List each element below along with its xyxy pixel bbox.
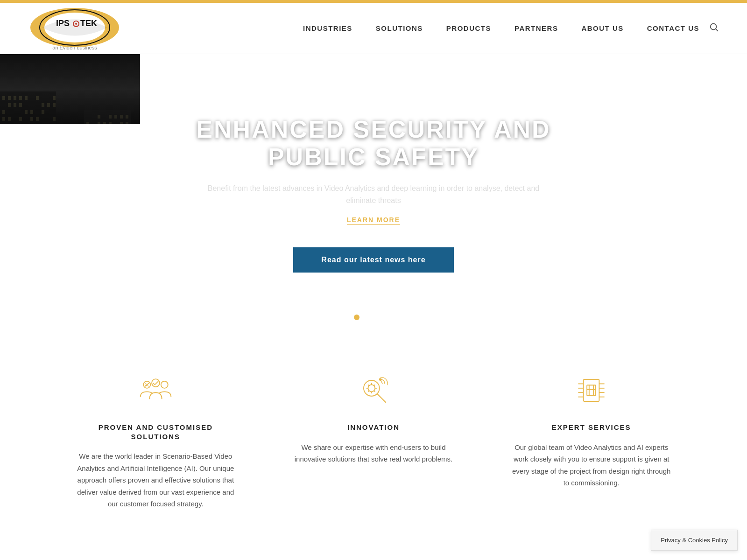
main-nav: INDUSTRIES SOLUTIONS PRODUCTS PARTNERS A… — [303, 24, 699, 32]
search-cog-icon — [355, 371, 392, 409]
svg-text:IPS: IPS — [56, 19, 70, 28]
feature-expert-desc: Our global team of Video Analytics and A… — [510, 441, 672, 489]
feature-innovation-desc: We share our expertise with end-users to… — [293, 441, 455, 465]
news-button[interactable]: Read our latest news here — [293, 247, 453, 273]
nav-about[interactable]: ABOUT US — [581, 24, 623, 32]
hero-section: ENHANCED SECURITY AND PUBLIC SAFETY Bene… — [0, 54, 747, 334]
hero-title: ENHANCED SECURITY AND PUBLIC SAFETY — [196, 116, 551, 172]
hero-background — [0, 54, 140, 124]
nav-partners[interactable]: PARTNERS — [514, 24, 558, 32]
feature-proven-title: PROVEN AND CUSTOMISED SOLUTIONS — [75, 423, 237, 441]
hero-content: ENHANCED SECURITY AND PUBLIC SAFETY Bene… — [187, 116, 560, 273]
header: IPS TEK an Eviden business INDUSTRIES SO… — [0, 3, 747, 54]
search-icon — [709, 22, 719, 32]
feature-proven: PROVEN AND CUSTOMISED SOLUTIONS We are t… — [47, 371, 265, 510]
feature-proven-desc: We are the world leader in Scenario-Base… — [75, 450, 237, 510]
svg-point-11 — [161, 381, 168, 388]
carousel-dot-1[interactable] — [354, 315, 359, 320]
svg-line-14 — [377, 394, 386, 403]
nav-solutions[interactable]: SOLUTIONS — [376, 24, 423, 32]
svg-line-8 — [716, 29, 718, 31]
people-check-icon — [137, 371, 174, 409]
svg-point-5 — [75, 23, 77, 25]
nav-industries[interactable]: INDUSTRIES — [303, 24, 352, 32]
hero-carousel-dots — [354, 315, 393, 320]
learn-more-link[interactable]: LEARN MORE — [347, 216, 400, 225]
svg-point-10 — [152, 379, 160, 387]
svg-point-13 — [363, 380, 379, 396]
cookie-label: Privacy & Cookies Policy — [661, 537, 728, 544]
logo: IPS TEK — [28, 7, 121, 49]
svg-rect-18 — [584, 379, 599, 401]
search-button[interactable] — [709, 22, 719, 35]
carousel-dot-4[interactable] — [388, 315, 393, 320]
carousel-dot-3[interactable] — [376, 315, 382, 320]
feature-expert-title: EXPERT SERVICES — [510, 423, 672, 432]
feature-innovation: INNOVATION We share our expertise with e… — [265, 371, 483, 510]
carousel-dot-2[interactable] — [365, 315, 371, 320]
cookie-notice[interactable]: Privacy & Cookies Policy — [651, 530, 738, 551]
nav-contact[interactable]: CONTACT US — [647, 24, 699, 32]
svg-point-7 — [711, 23, 717, 29]
logo-area[interactable]: IPS TEK an Eviden business — [28, 7, 121, 50]
hero-subtitle: Benefit from the latest advances in Vide… — [196, 182, 551, 206]
svg-text:TEK: TEK — [80, 19, 97, 28]
circuit-board-icon — [573, 371, 610, 409]
svg-rect-27 — [587, 385, 596, 396]
nav-products[interactable]: PRODUCTS — [446, 24, 491, 32]
feature-expert: EXPERT SERVICES Our global team of Video… — [482, 371, 700, 510]
feature-innovation-title: INNOVATION — [293, 423, 455, 432]
features-section: PROVEN AND CUSTOMISED SOLUTIONS We are t… — [0, 334, 747, 538]
